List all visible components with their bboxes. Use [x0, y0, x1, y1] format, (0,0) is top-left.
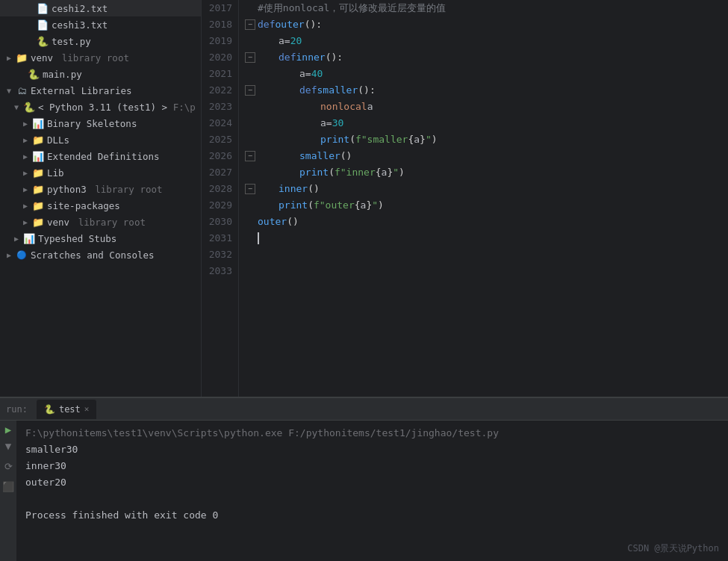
console-content: ▶ ▼ ⟳ ⬛ F:\pythonitems\test1\venv\Script…: [0, 421, 728, 561]
code-line-2031: [245, 230, 722, 247]
fold-marker-2020[interactable]: −: [245, 52, 255, 63]
sidebar-label-binskeletons: Binary Skeletons: [47, 118, 137, 129]
sidebar-item-venv2[interactable]: ▶ 📁 venv library root: [0, 214, 201, 230]
console-exit-line: Process finished with exit code 0: [25, 507, 719, 524]
sidebar-item-scratches[interactable]: ▶ 🔵 Scratches and Consoles: [0, 247, 201, 263]
sidebar-label-sitepkgs: site-packages: [47, 200, 120, 211]
line-numbers: 2017 2018 2019 2020 2021 2022 2023 2024 …: [202, 0, 239, 397]
sidebar-item-python311[interactable]: ▼ 🐍 < Python 3.11 (test1) > F:\p: [0, 99, 201, 115]
sidebar-item-testpy[interactable]: 🐍 test.py: [0, 33, 201, 49]
console-output-4: [25, 491, 719, 507]
sidebar-label-mainpy: main.py: [43, 69, 82, 80]
code-line-2032: [245, 247, 722, 263]
arrow-venv: ▶: [3, 54, 15, 62]
sidebar-item-typeshed[interactable]: ▶ 📊 Typeshed Stubs: [0, 230, 201, 247]
icon-typeshed: 📊: [22, 233, 36, 244]
bottom-panel: run: 🐍 test ✕ ▶ ▼ ⟳ ⬛ F:\pythonitems\tes…: [0, 397, 728, 561]
code-line-2028: − inner(): [245, 181, 722, 197]
arrow-extdefs: ▶: [19, 152, 31, 161]
code-line-2024: a = 30: [245, 115, 722, 131]
sidebar-item-dlls[interactable]: ▶ 📁 DLLs: [0, 131, 201, 148]
console-path-line: F:\pythonitems\test1\venv\Scripts\python…: [25, 425, 719, 441]
sidebar-label-ceshi2: ceshi2.txt: [52, 3, 108, 14]
rerun-button[interactable]: ⟳: [4, 461, 13, 472]
arrow-typeshed: ▶: [10, 235, 22, 243]
sidebar-item-extdefs[interactable]: ▶ 📊 Extended Definitions: [0, 148, 201, 164]
arrow-dlls: ▶: [19, 136, 31, 144]
run-tab-label: test: [59, 404, 81, 415]
icon-dlls: 📁: [31, 134, 45, 146]
watermark: CSDN @景天说Python: [627, 542, 719, 555]
code-line-2019: a = 20: [245, 33, 722, 49]
file-icon-testpy: 🐍: [36, 36, 49, 47]
file-icon-mainpy: 🐍: [27, 69, 40, 80]
sidebar-label-extlibs: External Libraries: [31, 85, 131, 96]
sidebar-label-testpy: test.py: [52, 36, 91, 47]
code-line-2021: a = 40: [245, 66, 722, 82]
icon-extlibs: 🗂: [15, 85, 28, 96]
code-container[interactable]: 2017 2018 2019 2020 2021 2022 2023 2024 …: [202, 0, 728, 397]
sidebar-label-venv2: venv library root: [47, 217, 146, 228]
sidebar-item-venv[interactable]: ▶ 📁 venv library root: [0, 49, 201, 66]
icon-scratches: 🔵: [15, 250, 28, 260]
arrow-venv2: ▶: [19, 218, 31, 226]
icon-venv2: 📁: [31, 217, 45, 228]
fold-marker-2022[interactable]: −: [245, 85, 255, 96]
code-line-2033: [245, 263, 722, 279]
fold-marker-2028[interactable]: −: [245, 184, 255, 194]
code-line-2022: − def smaller():: [245, 82, 722, 99]
icon-extdefs: 📊: [31, 151, 45, 162]
console-output-3: outer20: [25, 474, 719, 491]
sidebar-item-extlibs[interactable]: ▼ 🗂 External Libraries: [0, 82, 201, 99]
sidebar-item-lib[interactable]: ▶ 📁 Lib: [0, 164, 201, 181]
icon-sitepkgs: 📁: [31, 200, 45, 211]
sidebar-label-extdefs: Extended Definitions: [47, 151, 160, 162]
main-area: 📄 ceshi2.txt 📄 ceshi3.txt 🐍 test.py ▶ 📁 …: [0, 0, 728, 397]
code-line-2029: print(f"outer{a}"): [245, 197, 722, 214]
stop-button[interactable]: ⬛: [2, 481, 14, 492]
sidebar-label-python311: < Python 3.11 (test1) > F:\p: [38, 102, 196, 113]
file-tree-sidebar: 📄 ceshi2.txt 📄 ceshi3.txt 🐍 test.py ▶ 📁 …: [0, 0, 202, 397]
fold-marker-2018[interactable]: −: [245, 19, 255, 30]
console-left-panel: ▶ ▼ ⟳ ⬛: [0, 421, 16, 561]
tab-close-button[interactable]: ✕: [84, 404, 90, 414]
console-output: F:\pythonitems\test1\venv\Scripts\python…: [16, 421, 728, 561]
code-line-2023: nonlocal a: [245, 99, 722, 115]
code-line-2025: print(f"smaller{a}"): [245, 131, 722, 148]
sidebar-item-binskeletons[interactable]: ▶ 📊 Binary Skeletons: [0, 115, 201, 131]
code-content[interactable]: #使用nonlocal，可以修改最近层变量的值 − def outer(): a…: [239, 0, 728, 397]
arrow-python3: ▶: [19, 185, 31, 193]
file-icon-ceshi3: 📄: [36, 19, 49, 31]
arrow-lib: ▶: [19, 169, 31, 177]
code-line-2026: − smaller(): [245, 148, 722, 164]
arrow-sitepkgs: ▶: [19, 202, 31, 210]
sidebar-label-lib: Lib: [47, 167, 64, 179]
console-output-1: smaller30: [25, 441, 719, 458]
arrow-scratches: ▶: [3, 251, 15, 259]
arrow-binskeletons: ▶: [19, 120, 31, 128]
sidebar-label-scratches: Scratches and Consoles: [31, 249, 155, 261]
fold-marker-2026[interactable]: −: [245, 151, 255, 161]
sidebar-item-sitepkgs[interactable]: ▶ 📁 site-packages: [0, 197, 201, 214]
folder-icon-venv: 📁: [15, 52, 28, 63]
sidebar-label-ceshi3: ceshi3.txt: [52, 19, 108, 31]
sidebar-item-ceshi3[interactable]: 📄 ceshi3.txt: [0, 16, 201, 33]
run-play-button[interactable]: ▶: [5, 424, 11, 436]
sidebar-label-dlls: DLLs: [47, 134, 69, 146]
sidebar-item-python3[interactable]: ▶ 📁 python3 library root: [0, 181, 201, 197]
code-line-2018: − def outer():: [245, 16, 722, 33]
sidebar-label-python3: python3 library root: [47, 184, 163, 195]
run-tab-icon: 🐍: [44, 404, 55, 415]
code-line-2017: #使用nonlocal，可以修改最近层变量的值: [245, 0, 722, 16]
icon-lib: 📁: [31, 167, 45, 179]
code-line-2027: print(f"inner{a}"): [245, 164, 722, 181]
console-output-2: inner30: [25, 458, 719, 474]
sidebar-item-ceshi2[interactable]: 📄 ceshi2.txt: [0, 0, 201, 16]
run-down-button[interactable]: ▼: [5, 440, 11, 452]
run-tab-test[interactable]: 🐍 test ✕: [37, 400, 97, 419]
arrow-python311: ▼: [10, 103, 22, 111]
code-line-2030: outer(): [245, 214, 722, 230]
run-tabs-bar: run: 🐍 test ✕: [0, 398, 728, 421]
sidebar-item-mainpy[interactable]: 🐍 main.py: [0, 66, 201, 82]
icon-binskeletons: 📊: [31, 118, 45, 129]
